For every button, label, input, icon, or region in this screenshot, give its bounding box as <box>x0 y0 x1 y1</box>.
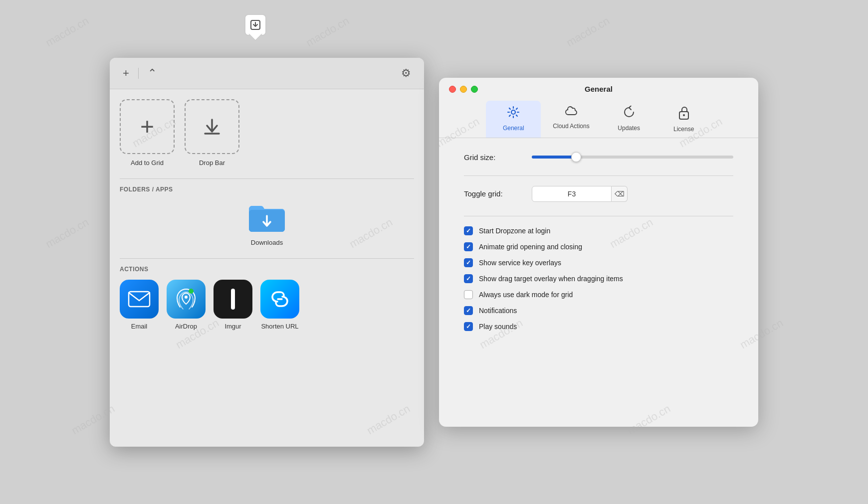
downloads-folder-item[interactable]: Downloads <box>120 200 414 246</box>
email-item[interactable]: Email <box>120 280 159 330</box>
left-panel: + ⌃ ⚙ + Add to Grid <box>110 58 424 447</box>
checkbox-drag-overlay-box[interactable] <box>464 274 473 283</box>
checkbox-play-sounds[interactable]: Play sounds <box>464 322 733 331</box>
traffic-lights <box>449 86 478 93</box>
cloud-actions-tab-label: Cloud Actions <box>553 123 589 130</box>
shorten-url-item[interactable]: Shorten URL <box>260 280 299 330</box>
settings-content: Grid size: Toggle grid: ⌫ <box>439 138 758 427</box>
add-to-grid-item[interactable]: + Add to Grid <box>120 99 175 167</box>
checkbox-animate-grid-box[interactable] <box>464 242 473 251</box>
updates-tab-icon <box>623 106 636 122</box>
backspace-icon: ⌫ <box>615 190 625 198</box>
minimize-button[interactable] <box>460 86 467 93</box>
checkbox-list: Start Dropzone at login Animate grid ope… <box>464 226 733 331</box>
license-tab-icon <box>678 106 689 123</box>
right-titlebar: General <box>439 78 758 93</box>
cloud-actions-tab-icon <box>565 106 578 120</box>
shortcut-field: ⌫ <box>532 186 628 202</box>
toggle-grid-row: Toggle grid: ⌫ <box>464 186 733 202</box>
shortcut-input[interactable] <box>532 186 612 202</box>
svg-point-7 <box>511 110 515 114</box>
updates-tab-label: Updates <box>618 125 640 132</box>
grid-size-slider-thumb[interactable] <box>571 152 581 162</box>
tab-updates[interactable]: Updates <box>602 101 656 138</box>
imgur-item[interactable]: Imgur <box>214 280 252 330</box>
airdrop-icon <box>167 280 206 319</box>
left-content: + Add to Grid Drop Bar FO <box>110 89 424 447</box>
folders-divider <box>120 178 414 179</box>
checkbox-notifications-label: Notifications <box>479 307 517 315</box>
left-toolbar: + ⌃ ⚙ <box>110 58 424 89</box>
right-panel: General General <box>439 78 758 427</box>
drop-bar-label: Drop Bar <box>199 159 225 167</box>
tab-general[interactable]: General <box>486 101 541 138</box>
gear-button[interactable]: ⚙ <box>398 65 414 82</box>
checkbox-play-sounds-box[interactable] <box>464 322 473 331</box>
checkbox-animate-grid-label: Animate grid opening and closing <box>479 243 582 251</box>
airdrop-item[interactable]: AirDrop <box>167 280 206 330</box>
imgur-label: Imgur <box>224 323 241 330</box>
svg-point-4 <box>189 289 194 294</box>
airdrop-label: AirDrop <box>175 323 197 330</box>
checkbox-start-at-login[interactable]: Start Dropzone at login <box>464 226 733 235</box>
settings-divider-1 <box>464 175 733 176</box>
svg-rect-2 <box>129 292 150 307</box>
grid-size-slider-track <box>532 156 733 159</box>
tab-license[interactable]: License <box>656 101 711 138</box>
svg-rect-5 <box>231 289 235 310</box>
folders-section: FOLDERS / APPS Downloads <box>120 178 414 246</box>
add-to-grid-box: + <box>120 99 175 154</box>
checkbox-start-at-login-label: Start Dropzone at login <box>479 227 550 235</box>
grid-size-slider-container <box>532 156 733 159</box>
svg-point-3 <box>185 296 188 299</box>
checkbox-start-at-login-box[interactable] <box>464 226 473 235</box>
checkbox-dark-mode[interactable]: Always use dark mode for grid <box>464 290 733 299</box>
add-to-grid-icon: + <box>140 113 154 140</box>
quick-actions: + Add to Grid Drop Bar <box>120 99 414 167</box>
checkbox-dark-mode-label: Always use dark mode for grid <box>479 291 573 299</box>
tab-cloud-actions[interactable]: Cloud Actions <box>541 101 601 138</box>
toggle-grid-label: Toggle grid: <box>464 189 524 198</box>
collapse-button[interactable]: ⌃ <box>145 65 160 82</box>
downloads-folder-icon <box>247 200 287 235</box>
actions-header: ACTIONS <box>120 266 414 273</box>
checkbox-notifications[interactable]: Notifications <box>464 306 733 315</box>
actions-divider <box>120 258 414 259</box>
checkbox-dark-mode-box[interactable] <box>464 290 473 299</box>
close-button[interactable] <box>449 86 456 93</box>
general-tab-label: General <box>503 125 524 132</box>
checkbox-animate-grid[interactable]: Animate grid opening and closing <box>464 242 733 251</box>
checkbox-drag-overlay[interactable]: Show drag target overlay when dragging i… <box>464 274 733 283</box>
email-icon <box>120 280 159 319</box>
toolbar-divider <box>138 68 139 79</box>
drop-bar-item[interactable]: Drop Bar <box>185 99 239 167</box>
grid-size-row: Grid size: <box>464 153 733 162</box>
general-tab-icon <box>507 106 520 122</box>
download-indicator <box>244 14 266 36</box>
window-title: General <box>585 85 613 93</box>
actions-grid: Email <box>120 280 414 330</box>
actions-section: ACTIONS Email <box>120 258 414 330</box>
zoom-button[interactable] <box>471 86 478 93</box>
checkbox-service-key[interactable]: Show service key overlays <box>464 258 733 267</box>
imgur-icon <box>214 280 252 319</box>
downloads-label: Downloads <box>251 239 283 246</box>
shorten-url-label: Shorten URL <box>261 323 298 330</box>
shorten-url-icon <box>260 280 299 319</box>
tabs-bar: General Cloud Actions U <box>439 93 758 138</box>
drop-bar-box <box>185 99 239 154</box>
grid-size-label: Grid size: <box>464 153 524 162</box>
scene: + ⌃ ⚙ + Add to Grid <box>110 38 758 467</box>
svg-point-9 <box>683 114 685 116</box>
folders-header: FOLDERS / APPS <box>120 186 414 193</box>
shortcut-clear-button[interactable]: ⌫ <box>612 186 628 202</box>
checkbox-service-key-box[interactable] <box>464 258 473 267</box>
drop-bar-icon <box>201 116 223 138</box>
settings-divider-2 <box>464 216 733 216</box>
checkbox-notifications-box[interactable] <box>464 306 473 315</box>
checkbox-play-sounds-label: Play sounds <box>479 323 517 331</box>
checkbox-drag-overlay-label: Show drag target overlay when dragging i… <box>479 275 623 283</box>
add-button[interactable]: + <box>120 65 132 82</box>
grid-size-slider-fill <box>532 156 576 159</box>
add-to-grid-label: Add to Grid <box>131 159 164 167</box>
